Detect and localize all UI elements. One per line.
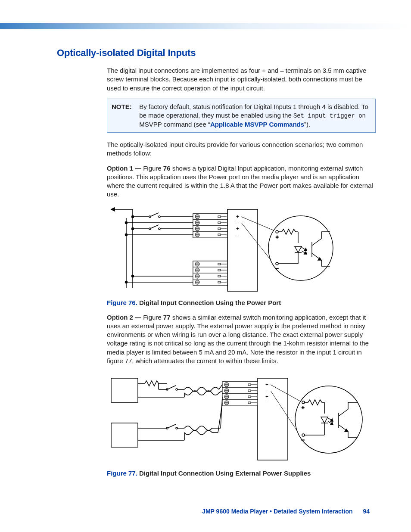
note-callout: NOTE: By factory default, status notific… [107,99,376,133]
note-label: NOTE: [112,103,137,111]
svg-point-145 [302,434,305,436]
figure-77-diagram: + – + – [107,371,374,466]
figure-77-title: Digital Input Connection Using External … [139,470,311,477]
option2-label: Option 2 — [107,314,143,321]
option1-label: Option 1 — [107,165,143,172]
svg-point-61 [149,228,151,230]
svg-point-139 [302,401,305,404]
svg-line-122 [219,391,222,393]
figure-76-label: Figure 76. [107,299,137,306]
wiring-circuit-2-icon [138,397,222,440]
svg-point-128 [176,427,177,429]
figure-77-label: Figure 77. [107,470,137,477]
figure-76-diagram: + – + – [107,205,348,296]
terminal-block-icon [222,382,258,406]
svg-line-121 [219,385,222,389]
footer-doc-title: JMP 9600 Media Player • Detailed System … [202,508,352,515]
option1-figref-num: 76 [163,165,171,172]
svg-rect-41 [218,281,221,283]
intro-paragraph: The digital input connections are implem… [107,66,376,93]
note-text-mid: MSVPP command (see “ [139,121,210,128]
option2-figref-prefix: Figure [143,314,163,321]
figure-76-title: Digital Input Connection Using the Power… [139,299,281,306]
svg-text:+: + [302,405,304,410]
figure-77: + – + – [107,371,376,466]
methods-intro: The optically-isolated input circuits pr… [107,140,376,158]
svg-text:–: – [302,437,305,442]
page-content: Optically-isolated Digital Inputs The di… [57,47,376,484]
svg-point-127 [166,427,168,429]
term-sym-1: – [265,388,268,394]
page-footer: JMP 9600 Media Player • Detailed System … [202,508,370,515]
svg-rect-112 [248,402,251,404]
option2-figref-num: 77 [163,314,171,321]
wiring-left-icon [111,208,193,288]
ext-supply-1-icon [111,378,138,402]
svg-rect-35 [218,263,221,265]
terminal-block-lower-icon [193,261,227,285]
term-sym-2: + [236,226,239,232]
svg-line-53 [150,213,159,217]
svg-point-56 [159,216,160,218]
option2-text: shows a similar external switch monitori… [107,314,369,364]
svg-rect-16 [218,222,221,224]
figure-76: + – + – [107,205,376,296]
term-sym-0: + [236,214,239,220]
svg-rect-20 [218,234,221,236]
figure-76-caption: Figure 76. Digital Input Connection Usin… [107,299,376,306]
svg-rect-14 [218,216,221,218]
svg-rect-39 [218,275,221,277]
svg-line-126 [167,424,176,428]
svg-point-71 [276,230,278,233]
svg-rect-106 [248,384,251,386]
section-heading: Optically-isolated Digital Inputs [57,47,376,59]
svg-rect-18 [218,228,221,230]
svg-point-55 [149,216,151,218]
note-code: Set input trigger on [293,112,366,119]
svg-text:+: + [276,234,278,240]
svg-point-77 [276,262,278,265]
option1-figref-prefix: Figure [143,165,163,172]
note-link[interactable]: Applicable MSVPP Commands [210,121,304,128]
option2-paragraph: Option 2 — Figure 77 shows a similar ext… [107,313,376,366]
svg-text:–: – [276,265,279,271]
svg-point-62 [159,228,160,230]
svg-rect-108 [248,390,251,392]
page-header-gradient [0,23,411,29]
terminal-block-upper-icon [193,214,227,238]
footer-page-number: 94 [363,508,370,515]
svg-marker-43 [111,208,115,211]
term-sym-3: – [265,400,268,406]
svg-line-119 [167,386,176,389]
note-text-suffix: ”). [304,121,310,128]
wiring-circuit-1-icon [138,381,222,397]
note-body: By factory default, status notification … [139,103,368,129]
term-sym-2: + [265,394,268,400]
term-sym-1: – [236,220,239,226]
svg-point-138 [295,386,362,453]
ext-supply-2-icon [111,423,138,447]
svg-line-59 [150,225,159,229]
figure-77-caption: Figure 77. Digital Input Connection Usin… [107,470,376,477]
option1-paragraph: Option 1 — Figure 76 shows a typical Dig… [107,164,376,199]
svg-rect-37 [218,269,221,271]
svg-rect-110 [248,396,251,398]
term-sym-3: – [236,232,239,238]
svg-point-116 [176,389,177,390]
term-sym-0: + [265,382,268,388]
device-body-icon [258,378,288,460]
